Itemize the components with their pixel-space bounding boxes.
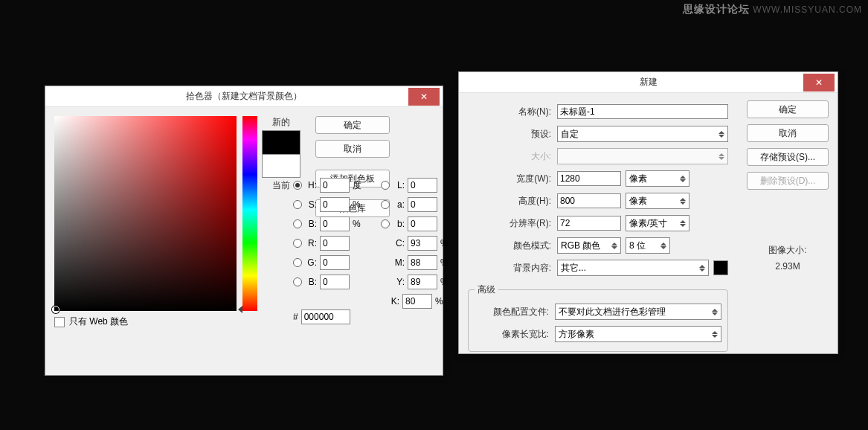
b-label: B:: [305, 219, 317, 229]
chevron-updown-icon: [712, 309, 718, 315]
bg-select[interactable]: 其它...: [557, 260, 709, 276]
l-input[interactable]: [408, 178, 437, 193]
s-input[interactable]: [320, 197, 350, 212]
c-unit: %: [440, 238, 455, 248]
advanced-group: 高级 颜色配置文件: 不要对此文档进行色彩管理 像素长宽比: 方形像素: [468, 283, 728, 352]
lab-b-radio[interactable]: [381, 219, 390, 228]
chevron-updown-icon: [718, 153, 724, 160]
width-unit-select[interactable]: 像素: [626, 170, 689, 187]
hue-slider[interactable]: [242, 116, 257, 311]
h-label: H:: [305, 180, 317, 190]
current-color-swatch[interactable]: [262, 154, 300, 178]
resolution-unit-select[interactable]: 像素/英寸: [626, 215, 689, 231]
height-unit-select[interactable]: 像素: [626, 193, 689, 209]
resolution-label: 分辨率(R):: [468, 217, 557, 230]
g-radio[interactable]: [293, 258, 302, 267]
pixel-aspect-label: 像素长宽比:: [475, 328, 555, 341]
r-label: R:: [305, 238, 317, 248]
bright-radio[interactable]: [293, 219, 302, 228]
color-profile-select[interactable]: 不要对此文档进行色彩管理: [555, 304, 721, 320]
delete-preset-button[interactable]: 删除预设(D)...: [747, 172, 829, 190]
l-radio[interactable]: [381, 181, 390, 190]
bit-depth-select[interactable]: 8 位: [626, 237, 670, 254]
r-radio[interactable]: [293, 239, 302, 248]
r-input[interactable]: [320, 236, 350, 251]
close-icon: ✕: [815, 77, 823, 88]
size-label: 大小:: [468, 150, 557, 163]
new-dialog-titlebar[interactable]: 新建 ✕: [459, 72, 838, 93]
image-size: 图像大小: 2.93M: [747, 244, 829, 272]
hue-radio[interactable]: [293, 181, 302, 190]
lab-b-input[interactable]: [408, 216, 437, 231]
cancel-button[interactable]: 取消: [315, 140, 390, 158]
y-unit: %: [440, 277, 455, 287]
name-input[interactable]: [557, 104, 728, 119]
chevron-updown-icon: [699, 265, 705, 272]
s-label: S:: [305, 199, 317, 210]
a-label: a:: [393, 199, 405, 210]
chevron-updown-icon: [611, 243, 617, 249]
color-values-grid: H: 度 L: S: % a: B: % b:: [293, 176, 486, 311]
ok-button[interactable]: 确定: [747, 100, 829, 118]
color-profile-label: 颜色配置文件:: [475, 306, 555, 318]
web-only-checkbox[interactable]: [54, 317, 65, 327]
sat-radio[interactable]: [293, 200, 302, 209]
bright-input[interactable]: [320, 216, 350, 231]
preset-select[interactable]: 自定: [557, 126, 728, 142]
color-picker-title: 拾色器（新建文档背景颜色）: [45, 90, 443, 103]
close-icon: ✕: [420, 92, 428, 102]
rgb-b-input[interactable]: [320, 275, 350, 289]
a-input[interactable]: [408, 197, 437, 212]
g-input[interactable]: [320, 255, 350, 270]
color-field[interactable]: [54, 116, 237, 311]
save-preset-button[interactable]: 存储预设(S)...: [747, 148, 829, 166]
chevron-updown-icon: [680, 176, 686, 182]
width-label: 宽度(W):: [468, 173, 557, 185]
size-select[interactable]: [557, 148, 728, 164]
width-input[interactable]: [557, 171, 621, 186]
a-radio[interactable]: [381, 200, 390, 209]
l-label: L:: [393, 180, 405, 190]
preset-label: 预设:: [468, 128, 557, 141]
chevron-updown-icon: [680, 198, 686, 205]
chevron-updown-icon: [660, 243, 666, 249]
color-mode-select[interactable]: RGB 颜色: [557, 237, 621, 254]
resolution-input[interactable]: [557, 216, 621, 231]
blue-radio[interactable]: [293, 277, 302, 286]
new-color-swatch[interactable]: [262, 130, 300, 154]
cancel-button[interactable]: 取消: [747, 124, 829, 142]
color-picker-titlebar[interactable]: 拾色器（新建文档背景颜色） ✕: [45, 86, 443, 107]
color-picker-dialog: 拾色器（新建文档背景颜色） ✕ 新的 当前 确定 取消 添加到色板 颜色库 H:: [45, 86, 443, 376]
color-mode-label: 颜色模式:: [468, 240, 557, 252]
y-label: Y:: [381, 277, 405, 287]
y-input[interactable]: [408, 275, 437, 289]
name-label: 名称(N):: [468, 106, 557, 118]
k-input[interactable]: [402, 294, 432, 309]
g-label: G:: [305, 257, 317, 268]
b-unit: %: [353, 219, 367, 229]
rgb-b-label: B:: [305, 277, 317, 287]
bg-color-swatch[interactable]: [713, 260, 728, 275]
advanced-legend: 高级: [475, 283, 498, 296]
new-document-dialog: 新建 ✕ 确定 取消 存储预设(S)... 删除预设(D)... 名称(N): …: [458, 71, 838, 354]
web-only-row: 只有 Web 颜色: [54, 315, 435, 328]
pixel-aspect-select[interactable]: 方形像素: [555, 326, 721, 342]
watermark: 思缘设计论坛 WWW.MISSYUAN.COM: [683, 3, 862, 16]
ok-button[interactable]: 确定: [315, 116, 390, 134]
chevron-updown-icon: [712, 331, 718, 338]
height-input[interactable]: [557, 193, 621, 208]
bg-label: 背景内容:: [468, 262, 557, 275]
m-unit: %: [440, 257, 455, 268]
s-unit: %: [353, 199, 367, 210]
k-label: K:: [376, 296, 399, 307]
h-input[interactable]: [320, 178, 350, 193]
close-button[interactable]: ✕: [803, 74, 835, 92]
m-input[interactable]: [408, 255, 437, 270]
close-button[interactable]: ✕: [408, 88, 440, 106]
chevron-updown-icon: [680, 220, 686, 227]
k-unit: %: [435, 296, 450, 307]
chevron-updown-icon: [718, 131, 724, 138]
web-only-label: 只有 Web 颜色: [69, 315, 128, 328]
c-input[interactable]: [408, 236, 437, 251]
m-label: M:: [381, 257, 405, 268]
